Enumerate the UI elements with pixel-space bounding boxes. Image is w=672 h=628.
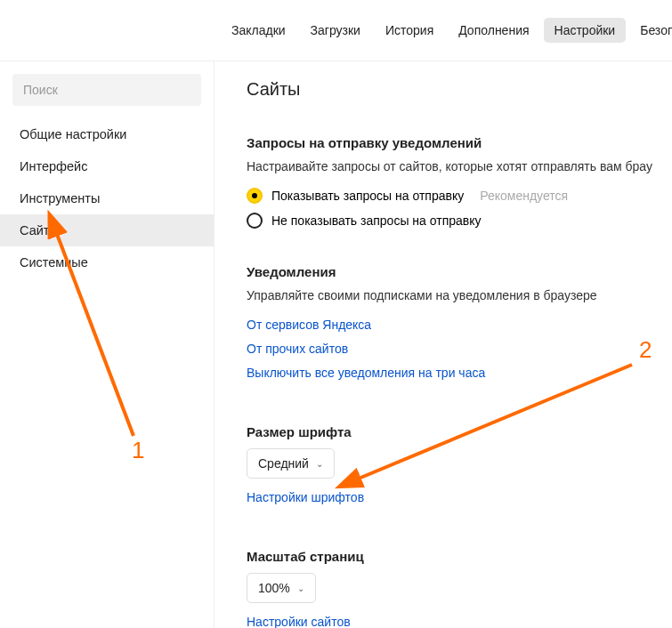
- tab-security[interactable]: Безопасност: [629, 18, 672, 43]
- tab-settings[interactable]: Настройки: [544, 18, 627, 43]
- font-heading: Размер шрифта: [247, 424, 672, 439]
- page-title: Сайты: [247, 79, 672, 100]
- top-tabs: Закладки Загрузки История Дополнения Нас…: [0, 0, 672, 60]
- tab-addons[interactable]: Дополнения: [448, 18, 539, 43]
- sidebar-item-interface[interactable]: Интерфейс: [0, 150, 214, 182]
- link-other-sites[interactable]: От прочих сайтов: [247, 342, 348, 356]
- link-yandex-services[interactable]: От сервисов Яндекса: [247, 318, 371, 332]
- chevron-down-icon: ⌄: [297, 584, 304, 593]
- recommended-label: Рекомендуется: [480, 189, 568, 203]
- search-input[interactable]: Поиск: [12, 74, 201, 106]
- sidebar-item-general[interactable]: Общие настройки: [0, 118, 214, 150]
- tab-history[interactable]: История: [375, 18, 444, 43]
- radio-show-requests[interactable]: Показывать запросы на отправку Рекоменду…: [247, 188, 672, 204]
- notif-heading: Уведомления: [247, 264, 672, 279]
- radio-icon: [247, 213, 263, 229]
- chevron-down-icon: ⌄: [316, 459, 323, 469]
- notif-req-desc: Настраивайте запросы от сайтов, которые …: [247, 159, 672, 173]
- section-notification-requests: Запросы на отправку уведомлений Настраив…: [247, 135, 672, 229]
- link-font-settings[interactable]: Настройки шрифтов: [247, 490, 364, 504]
- tab-downloads[interactable]: Загрузки: [300, 18, 371, 43]
- font-size-select[interactable]: Средний ⌄: [247, 448, 335, 479]
- link-disable-3h[interactable]: Выключить все уведомления на три часа: [247, 366, 485, 380]
- section-font-size: Размер шрифта Средний ⌄ Настройки шрифто…: [247, 424, 672, 513]
- radio-label: Не показывать запросы на отправку: [271, 213, 482, 228]
- sidebar-item-system[interactable]: Системные: [0, 246, 214, 278]
- section-notifications: Уведомления Управляйте своими подписками…: [247, 264, 672, 389]
- select-value: Средний: [258, 456, 309, 471]
- select-value: 100%: [258, 581, 290, 595]
- radio-icon: [247, 188, 263, 204]
- radio-label: Показывать запросы на отправку: [271, 189, 464, 203]
- main-panel: Сайты Запросы на отправку уведомлений На…: [214, 61, 672, 628]
- link-site-settings[interactable]: Настройки сайтов: [247, 615, 351, 628]
- section-page-zoom: Масштаб страниц 100% ⌄ Настройки сайтов: [247, 549, 672, 628]
- notif-req-heading: Запросы на отправку уведомлений: [247, 135, 672, 150]
- sidebar: Поиск Общие настройки Интерфейс Инструме…: [0, 61, 214, 628]
- zoom-heading: Масштаб страниц: [247, 549, 672, 564]
- sidebar-item-sites[interactable]: Сайты: [0, 214, 214, 246]
- tab-bookmarks[interactable]: Закладки: [221, 18, 296, 43]
- radio-hide-requests[interactable]: Не показывать запросы на отправку: [247, 213, 672, 229]
- sidebar-item-tools[interactable]: Инструменты: [0, 182, 214, 214]
- notif-desc: Управляйте своими подписками на уведомле…: [247, 288, 672, 302]
- zoom-select[interactable]: 100% ⌄: [247, 573, 316, 603]
